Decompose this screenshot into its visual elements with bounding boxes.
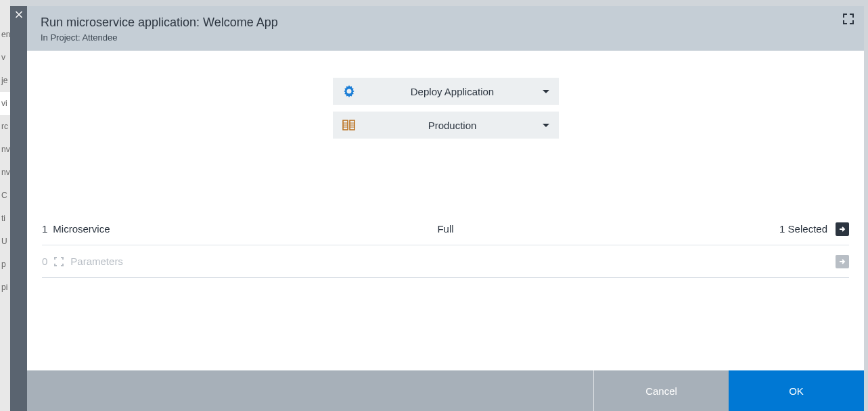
dropdown-section: Deploy Application — [42, 78, 849, 139]
brackets-icon — [53, 256, 65, 268]
bg-nav-item: nv — [0, 161, 10, 184]
bg-nav-item: vi — [0, 92, 10, 115]
bg-nav-item — [0, 0, 10, 23]
row-left: 1 Microservice — [42, 223, 110, 235]
action-dropdown[interactable]: Deploy Application — [333, 78, 559, 105]
dialog-body: Deploy Application — [27, 51, 864, 370]
parameters-count: 0 — [42, 256, 47, 267]
bg-nav-item: rc — [0, 115, 10, 138]
footer-spacer — [27, 370, 593, 411]
bg-nav-item: pi — [0, 276, 10, 299]
dialog-subtitle: In Project: Attendee — [41, 32, 850, 43]
servers-icon — [342, 118, 356, 132]
dialog-header: Run microservice application: Welcome Ap… — [27, 6, 864, 51]
dialog-sidebar-strip — [10, 6, 27, 411]
chevron-down-icon — [543, 124, 549, 127]
bg-nav-item: ti — [0, 207, 10, 230]
parameters-row[interactable]: 0 Parameters — [42, 245, 849, 278]
gear-icon — [342, 84, 356, 98]
bg-nav-item: je — [0, 69, 10, 92]
bg-nav-item: U — [0, 230, 10, 253]
row-right — [836, 255, 849, 268]
chevron-down-icon — [543, 90, 549, 93]
run-dialog: Run microservice application: Welcome Ap… — [27, 6, 864, 411]
expand-button[interactable] — [842, 13, 854, 28]
selected-count: 1 Selected — [779, 223, 827, 235]
parameters-label: Parameters — [70, 256, 123, 267]
bg-nav-item: en — [0, 23, 10, 46]
environment-dropdown[interactable]: Production — [333, 112, 559, 139]
cancel-button[interactable]: Cancel — [593, 370, 729, 411]
navigate-icon — [836, 222, 849, 236]
bg-nav-item: nv — [0, 138, 10, 161]
action-dropdown-label: Deploy Application — [363, 86, 543, 97]
row-right: 1 Selected — [779, 222, 849, 236]
microservice-label: Microservice — [53, 223, 110, 235]
microservice-count: 1 — [42, 223, 47, 235]
bg-nav-item: p — [0, 253, 10, 276]
bg-nav-item: C — [0, 184, 10, 207]
dialog-title: Run microservice application: Welcome Ap… — [41, 16, 850, 30]
environment-dropdown-label: Production — [363, 120, 543, 131]
list-container: 1 Microservice Full 1 Selected 0 — [42, 213, 849, 278]
svg-point-0 — [347, 90, 350, 93]
dialog-footer: Cancel OK — [27, 370, 864, 411]
navigate-icon — [836, 255, 849, 268]
ok-button[interactable]: OK — [729, 370, 864, 411]
row-left: 0 Parameters — [42, 256, 123, 268]
microservice-row[interactable]: 1 Microservice Full 1 Selected — [42, 213, 849, 245]
background-sidebar: en v je vi rc nv nv C ti U p pi — [0, 0, 10, 411]
microservice-center: Full — [437, 223, 453, 235]
bg-nav-item: v — [0, 46, 10, 69]
close-button[interactable] — [15, 10, 22, 20]
